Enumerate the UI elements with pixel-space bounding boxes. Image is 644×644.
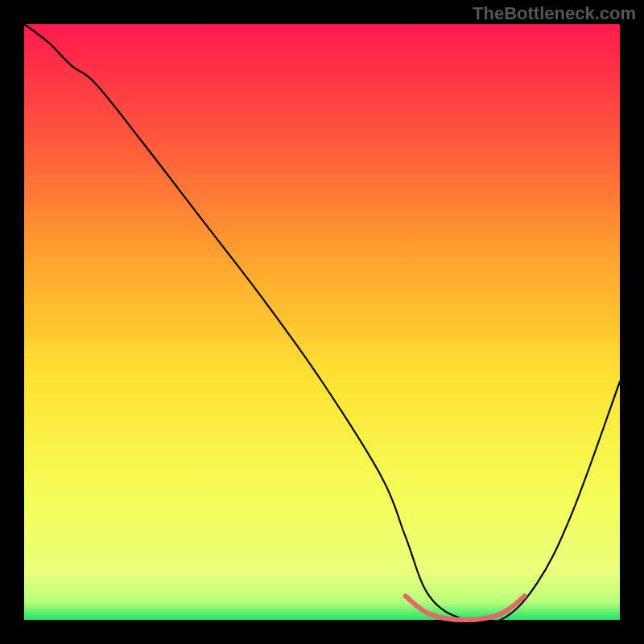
plot-background — [24, 24, 620, 620]
bottleneck-chart — [0, 0, 644, 644]
watermark-text: TheBottleneck.com — [473, 3, 636, 24]
chart-frame: TheBottleneck.com — [0, 0, 644, 644]
